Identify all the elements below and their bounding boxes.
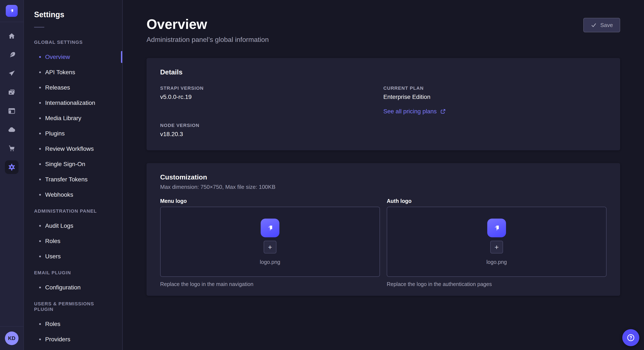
external-link-icon xyxy=(440,109,446,114)
menu-logo-filename: logo.png xyxy=(260,259,280,265)
sidebar-item-label: Providers xyxy=(45,336,70,343)
home-icon[interactable] xyxy=(5,29,18,43)
sidebar-item-label: Configuration xyxy=(45,284,81,291)
sidebar-item-label: Roles xyxy=(45,238,60,245)
details-grid: STRAPI VERSION v5.0.0-rc.19 CURRENT PLAN… xyxy=(160,85,606,138)
auth-logo-upload-zone[interactable]: + logo.png xyxy=(387,207,606,277)
settings-subnav-header: Settings xyxy=(24,0,122,28)
main-content: Overview Administration panel’s global i… xyxy=(123,0,644,350)
sidebar-item-releases[interactable]: Releases xyxy=(24,80,122,95)
sidebar-item-review-workflows[interactable]: Review Workflows xyxy=(24,141,122,157)
sidebar-item-plugins[interactable]: Plugins xyxy=(24,126,122,141)
item-bullet xyxy=(39,133,41,134)
strapi-bolt-glyph xyxy=(492,223,502,233)
node-version-field: NODE VERSION v18.20.3 xyxy=(160,123,383,138)
field-label: CURRENT PLAN xyxy=(383,85,606,91)
field-label: STRAPI VERSION xyxy=(160,85,383,91)
help-button[interactable] xyxy=(622,329,639,346)
sidebar-item-users[interactable]: Users xyxy=(24,249,122,264)
sidebar-item-label: Audit Logs xyxy=(45,222,73,229)
field-value: Enterprise Edition xyxy=(383,94,606,100)
item-bullet xyxy=(39,323,41,325)
item-bullet xyxy=(39,240,41,242)
sidebar-item-label: Internationalization xyxy=(45,100,95,106)
question-mark-icon xyxy=(626,333,636,342)
pricing-plans-link[interactable]: See all pricing plans xyxy=(383,108,446,115)
settings-nav-sections: GLOBAL SETTINGS Overview API Tokens Rele… xyxy=(24,28,122,347)
section-administration-panel: ADMINISTRATION PANEL Audit Logs Roles Us… xyxy=(24,208,122,264)
strapi-admin-app: KD Settings GLOBAL SETTINGS Overview xyxy=(0,0,644,350)
add-logo-button[interactable]: + xyxy=(490,241,503,253)
auth-logo-label: Auth logo xyxy=(387,198,606,204)
media-library-icon[interactable] xyxy=(5,85,18,99)
item-bullet xyxy=(39,256,41,257)
item-bullet xyxy=(39,117,41,119)
gear-icon[interactable] xyxy=(5,160,18,174)
field-value: v18.20.3 xyxy=(160,131,383,138)
section-global-settings: GLOBAL SETTINGS Overview API Tokens Rele… xyxy=(24,39,122,202)
sidebar-item-up-roles[interactable]: Roles xyxy=(24,316,122,332)
sidebar-item-media-library[interactable]: Media Library xyxy=(24,111,122,126)
strapi-logo-icon[interactable] xyxy=(6,5,18,17)
sidebar-item-label: Webhooks xyxy=(45,191,73,198)
sidebar-item-webhooks[interactable]: Webhooks xyxy=(24,187,122,202)
sidebar-item-label: Overview xyxy=(45,54,70,60)
sidebar-item-internationalization[interactable]: Internationalization xyxy=(24,95,122,111)
feather-icon[interactable] xyxy=(5,48,18,62)
sidebar-item-providers[interactable]: Providers xyxy=(24,332,122,347)
plus-icon: + xyxy=(494,243,499,251)
sidebar-item-overview[interactable]: Overview xyxy=(24,49,122,65)
strapi-bolt-glyph xyxy=(8,7,15,14)
sidebar-item-label: Transfer Tokens xyxy=(45,176,88,183)
sidebar-item-admin-roles[interactable]: Roles xyxy=(24,233,122,249)
page-title: Overview xyxy=(146,16,269,32)
cloud-icon[interactable] xyxy=(5,123,18,137)
layout-icon[interactable] xyxy=(5,104,18,118)
section-email-plugin: EMAIL PLUGIN Configuration xyxy=(24,270,122,295)
menu-logo-label: Menu logo xyxy=(160,198,380,204)
user-avatar[interactable]: KD xyxy=(5,332,18,345)
sidebar-item-api-tokens[interactable]: API Tokens xyxy=(24,65,122,80)
settings-subnav: Settings GLOBAL SETTINGS Overview API To… xyxy=(24,0,123,350)
strapi-logo-preview-icon xyxy=(261,219,280,237)
page-header: Overview Administration panel’s global i… xyxy=(146,16,620,44)
sidebar-item-single-sign-on[interactable]: Single Sign-On xyxy=(24,157,122,172)
item-bullet xyxy=(39,87,41,88)
add-logo-button[interactable]: + xyxy=(264,241,276,253)
field-label: NODE VERSION xyxy=(160,123,383,128)
logo-uploads-row: Menu logo + logo.png Replace the logo xyxy=(160,198,606,287)
menu-logo-upload-zone[interactable]: + logo.png xyxy=(160,207,380,277)
sidebar-item-email-configuration[interactable]: Configuration xyxy=(24,280,122,295)
item-bullet xyxy=(39,194,41,196)
section-label: EMAIL PLUGIN xyxy=(34,270,112,276)
auth-logo-filename: logo.png xyxy=(486,259,507,265)
save-button-label: Save xyxy=(600,22,613,28)
item-bullet xyxy=(39,148,41,150)
rail-logo-section xyxy=(0,0,24,22)
auth-logo-field: Auth logo + logo.png Replace the logo xyxy=(387,198,606,287)
page-subtitle: Administration panel’s global informatio… xyxy=(146,36,269,44)
customization-card: Customization Max dimension: 750×750, Ma… xyxy=(146,163,620,296)
sidebar-item-label: Roles xyxy=(45,321,60,328)
save-button[interactable]: Save xyxy=(583,18,620,32)
cart-icon[interactable] xyxy=(5,142,18,155)
settings-title: Settings xyxy=(34,10,112,19)
rail-user-section: KD xyxy=(0,326,24,350)
pricing-plans-link-label: See all pricing plans xyxy=(383,108,437,115)
customization-card-title: Customization xyxy=(160,173,606,181)
section-users-permissions-plugin: USERS & PERMISSIONS PLUGIN Roles Provide… xyxy=(24,301,122,347)
item-bullet xyxy=(39,178,41,180)
rail-icon-list xyxy=(5,22,18,174)
current-plan-field: CURRENT PLAN Enterprise Edition See all … xyxy=(383,85,606,115)
sidebar-item-audit-logs[interactable]: Audit Logs xyxy=(24,218,122,233)
sidebar-item-label: Releases xyxy=(45,84,70,91)
sidebar-item-transfer-tokens[interactable]: Transfer Tokens xyxy=(24,172,122,187)
grid-empty-cell xyxy=(383,123,606,138)
item-bullet xyxy=(39,225,41,227)
main-nav-rail: KD xyxy=(0,0,24,350)
auth-logo-hint: Replace the logo in the authentication p… xyxy=(387,281,606,287)
item-bullet xyxy=(39,339,41,340)
paper-plane-icon[interactable] xyxy=(5,67,18,80)
item-bullet xyxy=(39,102,41,104)
section-label: USERS & PERMISSIONS PLUGIN xyxy=(34,301,112,312)
